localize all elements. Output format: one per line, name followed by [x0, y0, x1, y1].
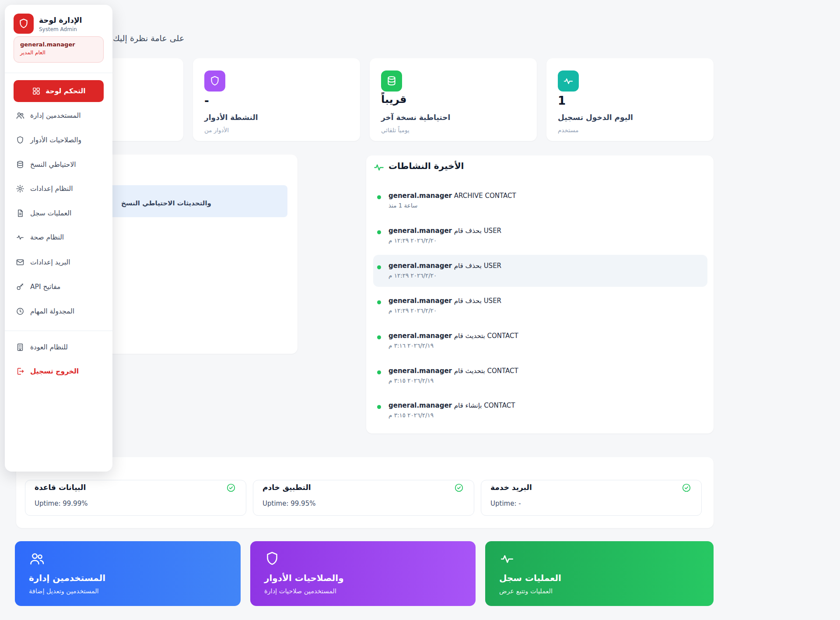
check-circle-icon: [682, 483, 691, 493]
user-role: المدير العام: [20, 49, 97, 56]
stat-value: -: [204, 94, 209, 107]
stat-value: قريباً: [381, 93, 406, 106]
username: general.manager: [20, 41, 97, 48]
users-icon: [29, 551, 45, 567]
sidebar-item-api-keys[interactable]: API مفاتيح: [14, 277, 104, 296]
stat-card-backup: قريباً آخر نسخة احتياطية تلقائي يومياً: [370, 58, 537, 141]
activity-dot: [377, 405, 381, 409]
sidebar-item-backup[interactable]: النسخ الاحتياطي: [14, 155, 104, 174]
building-icon: [15, 342, 25, 352]
users-icon: [15, 111, 25, 120]
sidebar-item-health[interactable]: صحة النظام: [14, 228, 104, 247]
sidebar-item-label: المهام المجدولة: [30, 307, 74, 315]
sidebar-item-label: تسجيل الخروج: [30, 367, 79, 375]
quick-action-roles[interactable]: الأدوار والصلاحيات إدارة صلاحيات المستخد…: [250, 541, 476, 606]
page-subtitle: إليك نظرة عامة على: [113, 33, 184, 43]
logout-icon: [15, 366, 25, 376]
sidebar-item-label: إعدادات البريد: [30, 258, 70, 266]
dashboard-grid-icon: [32, 86, 41, 96]
activity-item: general.manager ARCHIVE CONTACT: [388, 192, 516, 200]
stat-sublabel: تلقائي يومياً: [381, 127, 410, 134]
activity-row-highlight: [373, 255, 707, 287]
pulse-icon: [558, 70, 579, 92]
divider: [5, 331, 112, 331]
activity-dot: [377, 335, 381, 339]
sidebar-item-mail[interactable]: إعدادات البريد: [14, 253, 104, 272]
sidebar-item-roles[interactable]: الأدوار والصلاحيات: [14, 130, 104, 150]
activity-dot: [377, 230, 381, 234]
activity-item: general.manager قام بتحديث CONTACT: [388, 332, 518, 340]
stat-card-logins: 1 تسجيل الدخول اليوم مستخدم: [546, 58, 714, 141]
mail-icon: [15, 257, 25, 267]
quick-action-subtitle: إدارة صلاحيات المستخدمين: [264, 588, 336, 595]
activity-item: general.manager قام بحذف USER: [388, 262, 501, 270]
activity-item: general.manager قام بحذف USER: [388, 227, 501, 235]
app-title: لوحة الإدارة: [39, 16, 82, 25]
activity-dot: [377, 370, 381, 374]
sidebar-item-label: API مفاتيح: [30, 283, 60, 291]
gear-icon: [15, 184, 25, 194]
sidebar-item-label: الأدوار والصلاحيات: [30, 136, 81, 144]
admin-dashboard: إليك نظرة عامة على - الأدوار النشطة من ا…: [0, 0, 840, 620]
quick-action-subtitle: إضافة وتعديل المستخدمين: [29, 588, 99, 595]
service-name: قاعدة البيانات: [35, 483, 86, 492]
key-icon: [15, 282, 25, 292]
divider: [5, 73, 112, 73]
activity-item: general.manager قام بإنشاء CONTACT: [388, 402, 515, 409]
activity-time: م ١٢:٢٩ ٢٠٢٦/٢/٢٠: [388, 272, 437, 279]
activity-time: م ١٢:٢٩ ٢٠٢٦/٢/٢٠: [388, 307, 437, 314]
quick-action-title: الأدوار والصلاحيات: [264, 573, 344, 583]
stat-sublabel: مستخدم: [558, 127, 579, 134]
activity-time: م ١٢:٢٩ ٢٠٢٦/٢/٢٠: [388, 237, 437, 244]
sidebar-item-settings[interactable]: إعدادات النظام: [14, 179, 104, 198]
activity-time: م ٣:١٦ ٢٠٢٦/٢/١٩: [388, 342, 434, 349]
service-uptime: Uptime: 99.99%: [35, 500, 88, 507]
service-uptime: Uptime: 99.95%: [262, 500, 315, 507]
sidebar-item-label: صحة النظام: [30, 233, 64, 241]
check-circle-icon: [226, 483, 236, 493]
activity-time: م ٣:١٥ ٢٠٢٦/٢/١٩: [388, 377, 434, 384]
activity-dot: [377, 265, 381, 269]
sidebar-item-back-to-system[interactable]: العودة للنظام: [14, 338, 104, 357]
sidebar-item-users[interactable]: إدارة المستخدمين: [14, 106, 104, 125]
stat-sublabel: من الأدوار: [204, 127, 229, 134]
stat-label: الأدوار النشطة: [204, 113, 258, 122]
sidebar-item-label: إدارة المستخدمين: [30, 112, 80, 120]
service-uptime: Uptime: -: [490, 500, 521, 507]
sidebar: لوحة الإدارة System Admin general.manage…: [5, 5, 112, 472]
activity-dot: [377, 195, 381, 199]
activity-item: general.manager قام بتحديث CONTACT: [388, 367, 518, 375]
stat-value: 1: [558, 94, 566, 107]
sidebar-item-label: لوحة التحكم: [46, 87, 85, 95]
shield-icon: [15, 135, 25, 145]
quick-action-users[interactable]: إدارة المستخدمين إضافة وتعديل المستخدمين: [15, 541, 241, 606]
pulse-icon: [499, 551, 515, 567]
app-subtitle: System Admin: [39, 26, 77, 32]
user-badge: general.manager المدير العام: [14, 36, 104, 63]
shield-logo-icon: [14, 14, 34, 34]
shield-icon: [204, 70, 225, 92]
pulse-icon: [15, 232, 25, 242]
activities-title: النشاطات الأخيرة: [388, 161, 464, 171]
clock-icon: [15, 306, 25, 316]
activity-item: general.manager قام بحذف USER: [388, 297, 501, 305]
quick-action-title: سجل العمليات: [499, 573, 561, 583]
service-name: خادم التطبيق: [262, 483, 311, 492]
sidebar-item-logs[interactable]: سجل العمليات: [14, 204, 104, 223]
database-icon: [381, 70, 402, 92]
sidebar-item-label: إعدادات النظام: [30, 185, 73, 193]
backup-notice-text: النسخ الاحتياطي والتحديثات: [121, 199, 211, 207]
quick-action-logs[interactable]: سجل العمليات عرض وتتبع العمليات: [485, 541, 714, 606]
stat-label: تسجيل الدخول اليوم: [558, 113, 633, 122]
sidebar-item-dashboard[interactable]: لوحة التحكم: [14, 80, 104, 102]
activity-time: م ٣:١٥ ٢٠٢٦/٢/١٩: [388, 412, 434, 419]
file-icon: [15, 208, 25, 218]
sidebar-item-scheduled-tasks[interactable]: المهام المجدولة: [14, 302, 104, 321]
sidebar-item-label: النسخ الاحتياطي: [30, 161, 76, 169]
quick-action-title: إدارة المستخدمين: [29, 573, 105, 583]
activity-time: منذ 1 ساعة: [388, 202, 417, 209]
stat-card-roles: - الأدوار النشطة من الأدوار: [193, 58, 360, 141]
check-circle-icon: [454, 483, 464, 493]
sidebar-item-logout[interactable]: تسجيل الخروج: [14, 362, 104, 381]
shield-icon: [264, 551, 280, 567]
